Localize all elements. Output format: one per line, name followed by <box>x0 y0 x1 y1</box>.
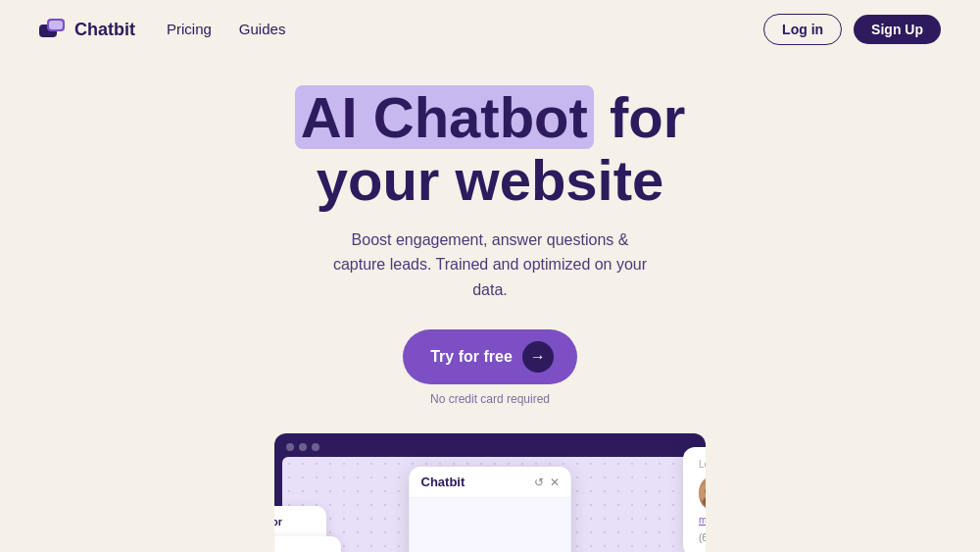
hero-subtitle: Boost engagement, answer questions & cap… <box>323 227 657 303</box>
pricing-link[interactable]: Pricing <box>167 21 212 37</box>
try-free-arrow-icon: → <box>522 341 554 373</box>
chatbit-widget-body <box>410 498 571 552</box>
svg-rect-2 <box>49 21 63 29</box>
chatbit-header-icons: ↺ ✕ <box>534 476 560 489</box>
lead-phone: (609) 555-0192 <box>699 532 706 543</box>
browser-dot-3 <box>312 443 319 451</box>
browser-dot-1 <box>286 443 294 451</box>
chatbit-widget-header: Chatbit ↺ ✕ <box>410 467 571 498</box>
logo[interactable]: Chatbit <box>39 19 135 40</box>
hero-title-highlight: AI Chatbot <box>295 85 594 149</box>
nav-links: Pricing Guides <box>167 21 285 38</box>
nav-left: Chatbit Pricing Guides <box>39 19 285 40</box>
login-button[interactable]: Log in <box>763 14 842 45</box>
chatbit-widget-title: Chatbit <box>421 475 466 489</box>
nav-right: Log in Sign Up <box>763 14 941 45</box>
source-data-card: Source data URL Q&A File Text <box>274 536 341 552</box>
mockup-area: Chatbit ↺ ✕ Primary color #FFFFFF Sou <box>0 433 980 552</box>
try-free-button[interactable]: Try for free → <box>403 329 577 384</box>
guides-link[interactable]: Guides <box>239 21 286 37</box>
source-data-label: Source data <box>274 546 329 552</box>
browser-window: Chatbit ↺ ✕ Primary color #FFFFFF Sou <box>274 433 706 552</box>
lead-avatar-row: Marvin McKinney <box>699 477 706 509</box>
logo-icon <box>39 19 67 40</box>
nav-item-guides[interactable]: Guides <box>239 21 286 38</box>
try-free-label: Try for free <box>430 348 513 366</box>
signup-button[interactable]: Sign Up <box>854 15 941 44</box>
nav-item-pricing[interactable]: Pricing <box>167 21 212 38</box>
hero-title-line2: your website <box>317 148 664 212</box>
chatbit-widget: Chatbit ↺ ✕ <box>410 467 571 552</box>
refresh-icon[interactable]: ↺ <box>534 476 544 489</box>
no-credit-card-note: No credit card required <box>430 392 550 406</box>
close-icon[interactable]: ✕ <box>550 476 560 489</box>
hero-section: AI Chatbot for your website Boost engage… <box>0 59 980 429</box>
navbar: Chatbit Pricing Guides Log in Sign Up <box>0 0 980 59</box>
hero-title-rest: for <box>610 85 685 149</box>
hero-title: AI Chatbot for your website <box>295 86 686 212</box>
browser-dots <box>274 433 706 457</box>
lead-email[interactable]: marvin@ex-dot.com <box>699 515 706 526</box>
lead-label: Lead <box>699 459 706 470</box>
browser-content: Chatbit ↺ ✕ Primary color #FFFFFF Sou <box>282 457 698 552</box>
primary-color-label: Primary color <box>274 516 313 527</box>
avatar <box>699 477 706 509</box>
lead-card: Lead Marvin McKinney marvin@ex-dot.com (… <box>683 447 706 552</box>
logo-text: Chatbit <box>74 20 135 40</box>
browser-dot-2 <box>299 443 307 451</box>
